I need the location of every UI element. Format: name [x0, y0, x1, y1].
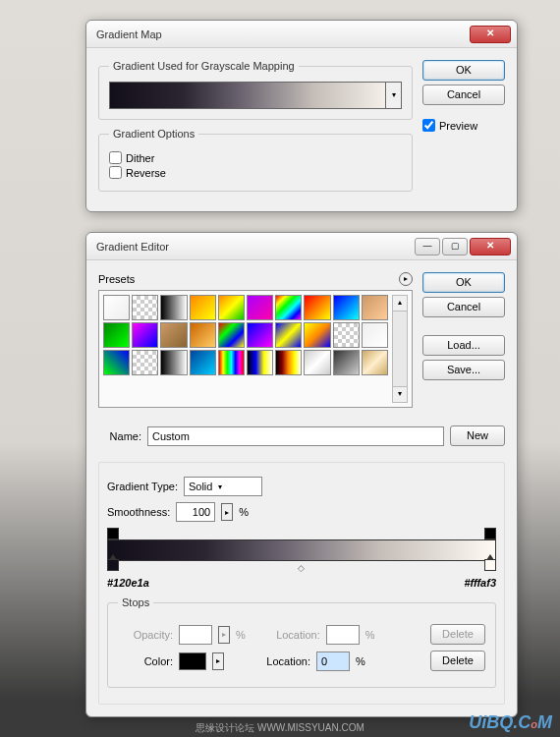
preview-checkbox[interactable]: Preview: [422, 119, 505, 132]
preset-swatch[interactable]: [103, 322, 130, 348]
preset-swatch[interactable]: [304, 322, 330, 348]
preset-swatch[interactable]: [132, 295, 158, 320]
gradient-mapping-group: Gradient Used for Grayscale Mapping ▾: [98, 60, 413, 120]
window-title: Gradient Map: [92, 28, 470, 40]
smoothness-input[interactable]: [176, 502, 215, 522]
close-button[interactable]: ✕: [470, 26, 511, 43]
gradient-dropdown-arrow[interactable]: ▾: [385, 83, 401, 108]
opacity-input: [179, 625, 212, 645]
preset-swatch[interactable]: [190, 322, 216, 348]
gradient-editor-dialog: Gradient Editor — ▢ ✕ Presets ▸: [85, 232, 518, 717]
smoothness-stepper[interactable]: ▸: [221, 503, 233, 521]
opacity-stop-left[interactable]: [107, 528, 119, 539]
midpoint-icon[interactable]: ◇: [298, 563, 305, 573]
new-button[interactable]: New: [450, 425, 505, 446]
left-hex: #120e1a: [107, 577, 149, 589]
right-hex: #fffaf3: [464, 577, 496, 589]
group-label: Gradient Options: [109, 128, 198, 140]
ok-button[interactable]: OK: [422, 60, 505, 81]
delete-opacity-button: Delete: [430, 624, 485, 645]
color-label: Color:: [118, 655, 173, 667]
color-location-input[interactable]: [316, 652, 350, 671]
ok-button[interactable]: OK: [422, 272, 505, 293]
chevron-down-icon: ▾: [218, 482, 222, 491]
preset-swatch[interactable]: [247, 322, 273, 348]
checkbox-input[interactable]: [109, 166, 122, 179]
checkbox-input[interactable]: [422, 119, 435, 132]
preset-swatch[interactable]: [247, 295, 273, 320]
gradient-type-select[interactable]: Solid ▾: [184, 477, 262, 496]
cancel-button[interactable]: Cancel: [422, 85, 505, 105]
preset-swatch[interactable]: [218, 350, 245, 375]
close-button[interactable]: ✕: [470, 238, 511, 255]
smoothness-label: Smoothness:: [107, 506, 170, 518]
stops-legend: Stops: [118, 596, 153, 608]
preset-swatch[interactable]: [132, 322, 158, 348]
gradient-type-label: Gradient Type:: [107, 481, 178, 492]
minimize-button[interactable]: —: [415, 238, 440, 255]
dither-checkbox[interactable]: Dither: [109, 151, 402, 164]
checkbox-input[interactable]: [109, 151, 122, 164]
scroll-up-arrow[interactable]: ▴: [393, 296, 407, 312]
preset-swatch[interactable]: [160, 322, 187, 348]
load-button[interactable]: Load...: [422, 335, 505, 356]
name-input[interactable]: [147, 426, 444, 446]
footer-text: 思缘设计论坛 WWW.MISSYUAN.COM: [196, 721, 364, 735]
presets-menu-icon[interactable]: ▸: [399, 272, 413, 286]
cancel-button[interactable]: Cancel: [422, 297, 505, 317]
preset-swatch[interactable]: [304, 350, 330, 375]
preset-swatch[interactable]: [247, 350, 273, 375]
name-label: Name:: [98, 430, 141, 442]
window-title: Gradient Editor: [92, 241, 415, 253]
titlebar[interactable]: Gradient Map ✕: [86, 21, 517, 48]
watermark: UiBQ.CoM: [469, 712, 552, 733]
preset-swatch[interactable]: [362, 322, 388, 348]
opacity-stepper: ▸: [218, 626, 230, 644]
color-swatch[interactable]: [179, 652, 206, 670]
opacity-location-input: [326, 625, 360, 645]
scroll-down-arrow[interactable]: ▾: [393, 386, 407, 402]
preset-swatch[interactable]: [304, 295, 330, 320]
opacity-label: Opacity:: [118, 629, 173, 641]
preset-swatch[interactable]: [333, 295, 360, 320]
preset-swatch[interactable]: [275, 350, 302, 375]
preset-swatch[interactable]: [218, 295, 245, 320]
gradient-ramp[interactable]: ◇: [107, 528, 496, 571]
reverse-checkbox[interactable]: Reverse: [109, 166, 402, 179]
preset-swatch[interactable]: [275, 322, 302, 348]
preset-swatch[interactable]: [362, 350, 388, 375]
preset-swatch[interactable]: [190, 295, 216, 320]
preset-swatch[interactable]: [362, 295, 388, 320]
color-picker-arrow[interactable]: ▸: [212, 652, 224, 670]
preset-swatch[interactable]: [160, 350, 187, 375]
preset-swatch[interactable]: [160, 295, 187, 320]
gradient-bar[interactable]: [107, 539, 496, 561]
maximize-button[interactable]: ▢: [442, 238, 468, 255]
location-label: Location:: [252, 655, 310, 667]
preset-swatch[interactable]: [190, 350, 216, 375]
location-label: Location:: [261, 629, 320, 641]
preset-swatch[interactable]: [333, 322, 360, 348]
scroll-track[interactable]: [393, 312, 407, 386]
delete-color-button[interactable]: Delete: [430, 651, 485, 671]
preset-swatch[interactable]: [218, 322, 245, 348]
group-label: Gradient Used for Grayscale Mapping: [109, 60, 299, 72]
titlebar[interactable]: Gradient Editor — ▢ ✕: [86, 233, 517, 260]
stops-group: Stops Opacity: ▸ % Location: % Delete Co…: [107, 596, 496, 688]
preset-swatch[interactable]: [333, 350, 360, 375]
gradient-options-group: Gradient Options Dither Reverse: [98, 128, 413, 192]
color-stop-right[interactable]: [484, 559, 496, 571]
preset-swatch[interactable]: [103, 295, 130, 320]
presets-label: Presets: [98, 273, 399, 285]
opacity-stop-right[interactable]: [484, 528, 496, 539]
presets-grid: ▴ ▾: [98, 290, 413, 408]
save-button[interactable]: Save...: [422, 360, 505, 380]
preset-swatch[interactable]: [103, 350, 130, 375]
gradient-map-dialog: Gradient Map ✕ Gradient Used for Graysca…: [85, 20, 518, 212]
gradient-preview[interactable]: ▾: [109, 82, 402, 109]
preset-swatch[interactable]: [132, 350, 158, 375]
color-stop-left[interactable]: [107, 559, 119, 571]
scrollbar[interactable]: ▴ ▾: [392, 295, 408, 403]
preset-swatch[interactable]: [275, 295, 302, 320]
